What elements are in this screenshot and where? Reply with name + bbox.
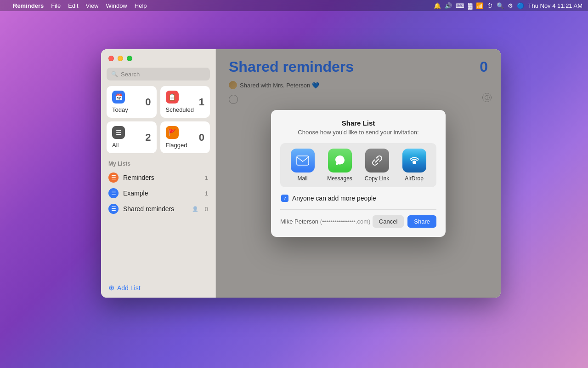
user-label: Mike Peterson xyxy=(280,218,318,225)
shared-reminders-list-count: 0 xyxy=(205,206,208,213)
anyone-can-add-checkbox[interactable]: ✓ xyxy=(281,195,288,202)
menubar-file[interactable]: File xyxy=(51,2,61,9)
smart-card-flagged-left: 🚩 Flagged xyxy=(166,126,187,149)
minimize-button[interactable] xyxy=(118,56,123,61)
menubar-datetime: Thu Nov 4 11:21 AM xyxy=(528,2,582,9)
flagged-icon: 🚩 xyxy=(166,126,179,139)
menubar: Reminders File Edit View Window Help 🔔 🔊… xyxy=(0,0,588,11)
smart-card-today[interactable]: 📅 Today 0 xyxy=(107,86,157,118)
reminders-list-icon: ☰ xyxy=(108,172,119,183)
search-bar[interactable]: 🔍 Search xyxy=(107,68,210,80)
svg-point-1 xyxy=(413,161,416,164)
modal-title: Share List xyxy=(280,119,436,127)
menubar-window[interactable]: Window xyxy=(106,2,127,9)
menubar-left: Reminders File Edit View Window Help xyxy=(6,2,147,9)
all-icon: ☰ xyxy=(112,126,125,139)
siri-icon[interactable]: 🔵 xyxy=(517,2,524,9)
mail-label: Mail xyxy=(297,175,307,182)
svg-rect-0 xyxy=(297,156,309,165)
flagged-label: Flagged xyxy=(166,142,187,149)
add-list-label: Add List xyxy=(117,284,141,292)
share-button[interactable]: Share xyxy=(407,215,436,228)
smart-card-scheduled-left: 📋 Scheduled xyxy=(166,91,194,113)
today-icon: 📅 xyxy=(112,91,125,104)
smart-lists: 📅 Today 0 📋 Scheduled 1 xyxy=(101,86,215,159)
reminders-list-count: 1 xyxy=(205,174,208,181)
search-icon: 🔍 xyxy=(111,71,118,77)
add-list-button[interactable]: ⊕ Add List xyxy=(108,283,208,292)
smart-card-all-left: ☰ All xyxy=(112,126,125,149)
scheduled-count: 1 xyxy=(199,96,204,108)
share-options: Mail Messages xyxy=(280,143,436,187)
menubar-view[interactable]: View xyxy=(86,2,99,9)
share-option-copy-link[interactable]: Copy Link xyxy=(360,149,394,182)
checkbox-label: Anyone can add more people xyxy=(292,195,376,202)
example-list-icon: ☰ xyxy=(108,188,119,198)
keyboard-icon[interactable]: ⌨ xyxy=(456,2,464,9)
wifi-icon[interactable]: 📶 xyxy=(476,2,483,9)
modal-divider xyxy=(280,209,436,210)
flagged-count: 0 xyxy=(199,132,204,144)
battery-icon[interactable]: ▓ xyxy=(468,2,472,9)
modal-overlay: Share List Choose how you'd like to send… xyxy=(216,49,501,298)
airdrop-label: AirDrop xyxy=(405,175,424,182)
modal-subtitle: Choose how you'd like to send your invit… xyxy=(280,129,436,136)
modal-footer: Mike Peterson (••••••••••••••••.com) Can… xyxy=(280,215,436,228)
smart-card-today-left: 📅 Today xyxy=(112,91,128,113)
today-count: 0 xyxy=(145,96,151,108)
sidebar-bottom: ⊕ Add List xyxy=(101,278,215,298)
add-list-icon: ⊕ xyxy=(108,283,114,292)
share-option-mail[interactable]: Mail xyxy=(286,149,319,182)
example-list-label: Example xyxy=(123,190,200,197)
sidebar-item-shared-reminders[interactable]: ☰ Shared reminders 👤 0 xyxy=(101,201,215,217)
messages-icon xyxy=(328,149,352,172)
sidebar-item-example[interactable]: ☰ Example 1 xyxy=(101,185,215,201)
shared-icon: 👤 xyxy=(192,206,198,212)
today-label: Today xyxy=(112,106,128,113)
messages-label: Messages xyxy=(327,175,352,182)
copy-link-label: Copy Link xyxy=(365,175,389,182)
reminders-list-label: Reminders xyxy=(123,174,200,181)
menubar-app-name[interactable]: Reminders xyxy=(13,2,44,9)
control-center-icon[interactable]: ⚙ xyxy=(508,2,513,9)
scheduled-icon: 📋 xyxy=(166,91,179,104)
sidebar-item-reminders[interactable]: ☰ Reminders 1 xyxy=(101,170,215,185)
mail-icon xyxy=(291,149,315,172)
volume-icon[interactable]: 🔊 xyxy=(445,2,452,9)
close-button[interactable] xyxy=(108,56,114,61)
footer-buttons: Cancel Share xyxy=(373,215,436,228)
notification-icon[interactable]: 🔔 xyxy=(434,2,441,9)
scheduled-label: Scheduled xyxy=(166,106,194,113)
all-label: All xyxy=(112,142,125,149)
checkbox-row[interactable]: ✓ Anyone can add more people xyxy=(280,195,436,202)
smart-card-flagged[interactable]: 🚩 Flagged 0 xyxy=(160,121,210,153)
all-count: 2 xyxy=(145,132,151,144)
main-content: Shared reminders 0 Shared with Mrs. Pete… xyxy=(216,49,501,298)
smart-card-scheduled[interactable]: 📋 Scheduled 1 xyxy=(160,86,210,118)
shared-reminders-list-label: Shared reminders xyxy=(123,205,187,213)
menubar-right: 🔔 🔊 ⌨ ▓ 📶 ⏱ 🔍 ⚙ 🔵 Thu Nov 4 11:21 AM xyxy=(434,2,582,9)
app-window: 🔍 Search 📅 Today 0 xyxy=(101,49,501,298)
menubar-edit[interactable]: Edit xyxy=(68,2,78,9)
menubar-help[interactable]: Help xyxy=(135,2,147,9)
sidebar: 🔍 Search 📅 Today 0 xyxy=(101,49,216,298)
desktop: Reminders File Edit View Window Help 🔔 🔊… xyxy=(0,0,588,368)
share-list-modal: Share List Choose how you'd like to send… xyxy=(271,110,446,237)
user-email: (••••••••••••••••.com) xyxy=(320,218,371,225)
search-icon[interactable]: 🔍 xyxy=(497,2,504,9)
share-option-messages[interactable]: Messages xyxy=(323,149,356,182)
copy-link-icon xyxy=(365,149,389,172)
share-option-airdrop[interactable]: AirDrop xyxy=(397,149,431,182)
smart-card-all[interactable]: ☰ All 2 xyxy=(107,121,157,153)
footer-user-info: Mike Peterson (••••••••••••••••.com) xyxy=(280,218,373,225)
maximize-button[interactable] xyxy=(127,56,132,61)
shared-reminders-list-icon: ☰ xyxy=(108,204,119,214)
my-lists-header: My Lists xyxy=(101,159,215,170)
window-controls xyxy=(101,49,215,66)
search-input[interactable]: Search xyxy=(121,71,140,78)
airdrop-icon xyxy=(402,149,426,172)
example-list-count: 1 xyxy=(205,190,208,197)
screentime-icon[interactable]: ⏱ xyxy=(487,2,493,9)
cancel-button[interactable]: Cancel xyxy=(373,215,404,228)
